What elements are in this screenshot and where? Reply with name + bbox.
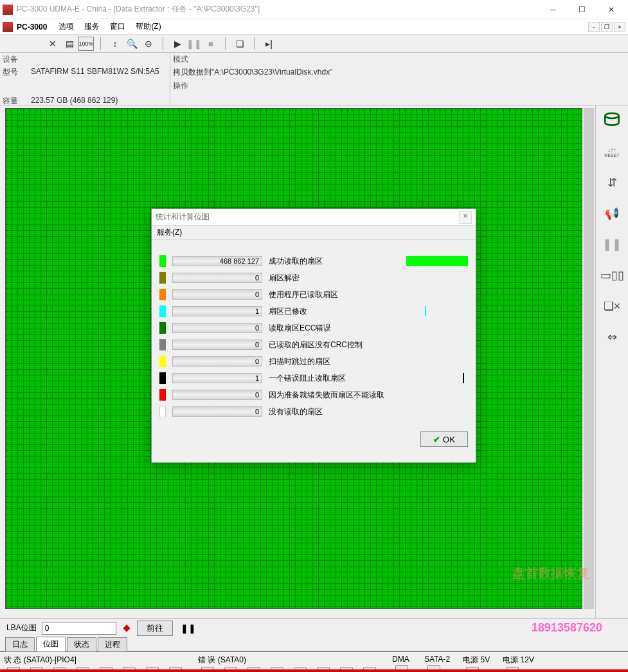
- pause-button[interactable]: ❚❚: [186, 37, 202, 51]
- dialog-menubar: 服务(Z): [152, 226, 476, 240]
- stat-swatch: [159, 255, 166, 267]
- tool-hammer-icon[interactable]: ✕: [45, 37, 60, 51]
- dialog-header[interactable]: 统计和计算位图 ×: [152, 209, 476, 226]
- model-label: 型号: [3, 67, 31, 78]
- brand-label: PC-3000: [17, 23, 47, 32]
- mdi-minimize-button[interactable]: -: [588, 22, 600, 32]
- tool-percent-icon[interactable]: 100%: [78, 37, 94, 51]
- mdi-restore-button[interactable]: ❐: [601, 22, 613, 32]
- lba-label: LBA位图: [6, 622, 37, 633]
- mdi-close-button[interactable]: ×: [614, 22, 625, 32]
- lba-bar: LBA位图 0 前往 ❚❚ 18913587620: [0, 618, 628, 637]
- play-button[interactable]: ▶: [170, 37, 185, 51]
- tool-film-icon[interactable]: ▤: [62, 37, 77, 51]
- menu-help[interactable]: 帮助(Z): [130, 20, 166, 33]
- stop-button[interactable]: ■: [203, 37, 219, 51]
- stat-swatch: [159, 305, 166, 317]
- stat-label: 扇区解密: [269, 273, 400, 284]
- stat-swatch: [159, 356, 166, 367]
- tool-disk-icon[interactable]: ⊝: [141, 37, 156, 51]
- tab-bitmap[interactable]: 位图: [36, 637, 66, 651]
- ok-button[interactable]: ✔OK: [420, 431, 468, 447]
- stat-value: 0: [172, 390, 262, 400]
- tab-log[interactable]: 日志: [5, 637, 35, 651]
- rt-sound-icon[interactable]: 📢: [602, 203, 622, 224]
- tab-process[interactable]: 进程: [98, 637, 127, 651]
- stat-row: 0已读取的扇区没有CRC控制: [159, 336, 468, 353]
- stat-indicator: [406, 256, 468, 266]
- stat-swatch: [159, 322, 166, 334]
- right-toolbar: ↓↑↑RESET ⇵ 📢 ❚❚ ▭▯▯ ❏× ⇔: [596, 105, 628, 618]
- copy-button[interactable]: ❏: [232, 37, 247, 51]
- tool-search-icon[interactable]: 🔍: [124, 37, 139, 51]
- stat-indicator: [406, 390, 468, 400]
- stat-row: 0因为准备就绪失败而扇区不能读取: [159, 386, 468, 403]
- minimize-button[interactable]: ─: [539, 0, 568, 19]
- stat-indicator: [406, 340, 468, 350]
- close-button[interactable]: ✕: [597, 0, 625, 19]
- stat-value: 0: [172, 406, 262, 417]
- model-value: SATAFIRM S11 SBFM81W2 S/N:5A5: [31, 67, 167, 78]
- rt-database-icon[interactable]: [602, 111, 622, 131]
- stat-indicator: [406, 273, 468, 283]
- stat-label: 扫描时跳过的扇区: [269, 356, 400, 367]
- status-group-title: SATA-2: [424, 653, 450, 665]
- stat-swatch: [159, 406, 166, 417]
- device-panel-title: 设备: [3, 54, 167, 65]
- dialog-menu-services[interactable]: 服务(Z): [157, 228, 182, 237]
- bottom-red-bar: [0, 669, 628, 672]
- lba-input[interactable]: 0: [42, 622, 116, 635]
- rt-pause-icon[interactable]: ❚❚: [602, 234, 622, 255]
- mode-label: 模式: [173, 54, 625, 65]
- rt-chart-icon[interactable]: ▭▯▯: [602, 265, 622, 286]
- stat-swatch: [159, 389, 166, 401]
- status-group-title: 电源 12V: [503, 653, 534, 667]
- mode-panel: 模式 拷贝数据到"A:\PC3000\3G23\VirtualDisk.vhdx…: [170, 53, 628, 105]
- stat-label: 使用程序已读取扇区: [269, 289, 400, 300]
- menu-services[interactable]: 服务: [79, 20, 105, 33]
- stat-label: 没有读取的扇区: [269, 406, 400, 417]
- stat-swatch: [159, 289, 166, 300]
- rt-expand-icon[interactable]: ⇔: [602, 327, 622, 347]
- stat-indicator: [406, 289, 468, 300]
- stat-indicator: [406, 306, 468, 316]
- toolbar: ✕ ▤ 100% ↕ 🔍 ⊝ ▶ ❚❚ ■ ❏ ▸ǀ: [0, 35, 628, 53]
- stat-row: 0扫描时跳过的扇区: [159, 353, 468, 370]
- menu-window[interactable]: 窗口: [105, 20, 130, 33]
- lba-pause-icon[interactable]: ❚❚: [178, 623, 199, 633]
- status-group-title: 电源 5V: [463, 653, 490, 667]
- mode-value: 拷贝数据到"A:\PC3000\3G23\VirtualDisk.vhdx": [173, 67, 625, 78]
- stat-label: 成功读取的扇区: [269, 256, 400, 267]
- stat-indicator: [406, 373, 468, 383]
- info-panels: 设备 型号 SATAFIRM S11 SBFM81W2 S/N:5A5 容量 2…: [0, 53, 628, 105]
- stat-value: 0: [172, 356, 262, 367]
- stat-indicator: [406, 356, 468, 367]
- stat-value: 468 862 127: [172, 256, 262, 266]
- app-icon: [3, 5, 13, 15]
- dialog-close-button[interactable]: ×: [459, 211, 472, 224]
- stat-value: 1: [172, 373, 262, 383]
- rt-reset-icon[interactable]: ↓↑↑RESET: [602, 141, 622, 162]
- stat-indicator: [406, 323, 468, 333]
- stat-label: 一个错误阻止读取扇区: [269, 373, 400, 384]
- rt-arrow-icon[interactable]: ⇵: [602, 172, 622, 193]
- stat-label: 已读取的扇区没有CRC控制: [269, 340, 400, 350]
- stat-row: 1一个错误阻止读取扇区: [159, 370, 468, 386]
- tool-priority-icon[interactable]: ↕: [107, 37, 123, 51]
- lba-go-button[interactable]: 前往: [137, 621, 173, 636]
- stat-row: 468 862 127成功读取的扇区: [159, 253, 468, 269]
- stat-value: 0: [172, 289, 262, 300]
- stat-row: 0使用程序已读取扇区: [159, 286, 468, 303]
- maximize-button[interactable]: ☐: [568, 0, 597, 19]
- lba-marker-icon[interactable]: [121, 623, 132, 633]
- map-scrollbar[interactable]: [584, 108, 594, 609]
- stat-label: 因为准备就绪失败而扇区不能读取: [269, 390, 400, 401]
- tool-step-icon[interactable]: ▸ǀ: [261, 37, 276, 51]
- stat-swatch: [159, 339, 166, 350]
- menu-options[interactable]: 选项: [53, 20, 79, 33]
- op-label: 操作: [173, 80, 625, 91]
- watermark-brand: 盘首数据恢复: [512, 565, 589, 582]
- tab-bar: 日志 位图 状态 进程: [0, 637, 628, 651]
- rt-copy-icon[interactable]: ❏×: [602, 296, 622, 316]
- tab-status[interactable]: 状态: [67, 637, 96, 651]
